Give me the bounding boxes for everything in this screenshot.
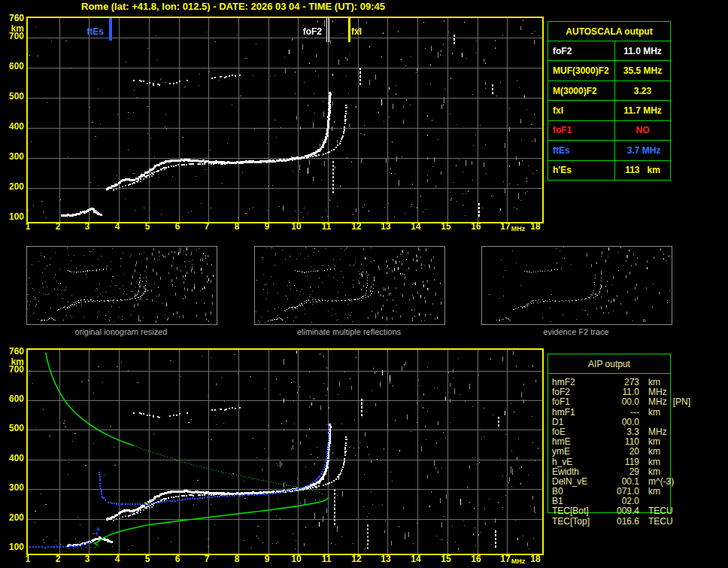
x-tick-label: 4 [106,554,129,564]
table-row: h'Es113 km [548,161,670,180]
y-tick-label: 100 [0,212,24,222]
table-row: TEC[Bot]009.4TECU [552,506,670,516]
marker-label-fxI: fxI [351,27,393,37]
x-tick-label: 15 [435,554,457,564]
autoscala-table-header: AUTOSCALA output [548,22,670,41]
x-tick-label: 5 [136,554,159,564]
thumbnail-original-ionogram [26,246,217,325]
aip-table-rows: hmF2273km foF211.0MHz foF100.0MHz[PN] hm… [548,374,670,527]
autoscala-output-table: AUTOSCALA output foF211.0 MHz MUF(3000)F… [548,21,671,181]
x-tick-label: 6 [166,222,189,232]
thumbnail-caption: eliminate multiple reflections [254,327,444,336]
x-tick-label: 1 [17,222,39,232]
x-tick-label: 7 [196,222,218,232]
x-tick-label: 3 [76,222,99,232]
table-row: ftEs 3.7 MHz [548,141,670,160]
table-row: fxI11.7 MHz [548,101,670,120]
x-tick-label: 6 [166,554,189,564]
table-row: M(3000)F23.23 [548,81,670,101]
table-row: foF1NO [548,121,670,141]
x-tick-label: 12 [345,554,368,564]
y-tick-label: 100 [0,542,24,552]
marker-label-ftEs: ftEs [62,27,104,37]
x-tick-label: 8 [226,554,248,564]
x-tick-label: 7 [196,554,218,564]
x-tick-label: 14 [405,222,427,232]
y-tick-label: 200 [0,182,24,192]
y-tick-label: 760 [0,347,24,357]
table-row: D100.0 [552,418,670,427]
marker-label-foF2: foF2 [280,27,322,37]
x-tick-label: 16 [465,222,487,232]
y-tick-label: 760 [0,14,24,23]
x-tick-label: 10 [285,554,308,564]
aip-output-table: AIP output hmF2273km foF211.0MHz foF100.… [548,354,671,513]
x-tick-label: 15 [435,222,457,232]
x-tick-label: 5 [136,222,159,232]
thumbnail-caption: evidence F2 trace [481,327,671,336]
x-tick-label: 4 [106,222,129,232]
table-row: ymE20km [552,447,670,457]
y-tick-label: 600 [0,394,24,404]
ionogram-top-canvas [26,17,544,223]
table-row: MUF(3000)F235.5 MHz [548,61,670,80]
x-tick-label: 13 [375,554,397,564]
x-tick-label: 16 [465,554,487,564]
table-row: h_vE119km [552,457,670,467]
y-tick-label: 500 [0,424,24,433]
table-row: TEC[Top]016.6TECU [552,517,670,527]
y-tick-label: 500 [0,92,24,102]
x-tick-label: 9 [256,554,278,564]
thumbnail-caption: original ionogram resized [26,327,216,336]
x-tick-label: 2 [47,554,69,564]
y-tick-label: 300 [0,483,24,493]
x-tick-label: 3 [76,554,99,564]
table-row: foF211.0 MHz [548,41,670,61]
x-tick-label: 9 [256,222,278,232]
page-title: Rome (lat: +41.8, lon: 012.5) - DATE: 20… [0,1,466,12]
thumbnail-evidence-f2-trace [481,246,672,325]
x-tick-label: 1 [17,554,39,564]
x-axis-unit-label: MHz [507,557,529,566]
y-tick-label: 400 [0,454,24,463]
x-tick-label: 11 [315,222,338,232]
y-tick-label: 200 [0,513,24,523]
y-tick-label: 700 [0,32,24,41]
x-tick-label: 2 [47,222,69,232]
aip-table-header: AIP output [548,354,670,374]
table-row: hmF1---km [552,408,670,418]
profile-bottom-canvas [26,348,544,555]
table-row: B0071.0km [552,487,670,497]
x-axis-unit-label: MHz [507,224,529,234]
y-tick-label: 700 [0,365,24,375]
x-tick-label: 10 [285,222,308,232]
thumbnail-eliminate-reflections [254,246,445,325]
x-tick-label: 14 [405,554,427,564]
autoscala-screen: Rome (lat: +41.8, lon: 012.5) - DATE: 20… [0,0,728,568]
x-tick-label: 12 [345,222,368,232]
x-tick-label: 11 [315,554,338,564]
x-tick-label: 13 [375,222,397,232]
table-row: foF100.0MHz[PN] [552,397,670,407]
x-tick-label: 8 [226,222,248,232]
y-tick-label: 300 [0,152,24,162]
table-row: Ewidth29km [552,467,670,477]
y-tick-label: 600 [0,62,24,71]
y-tick-label: 400 [0,122,24,132]
